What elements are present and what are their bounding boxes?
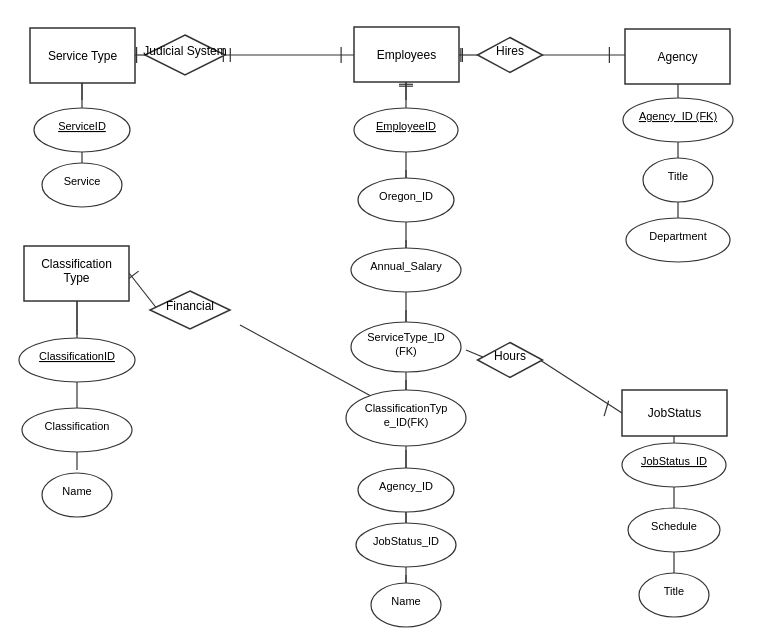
er-diagram: Service TypeEmployeesAgencyClassificatio… xyxy=(0,0,768,644)
svg-text:Agency_ID: Agency_ID xyxy=(379,480,433,492)
svg-text:EmployeeID: EmployeeID xyxy=(376,120,436,132)
svg-text:Financial: Financial xyxy=(166,299,214,313)
svg-text:Schedule: Schedule xyxy=(651,520,697,532)
svg-text:JobStatus: JobStatus xyxy=(648,406,701,420)
svg-text:ServiceID: ServiceID xyxy=(58,120,106,132)
svg-text:ServiceType_ID: ServiceType_ID xyxy=(367,331,445,343)
svg-line-35 xyxy=(129,273,158,310)
svg-text:Hires: Hires xyxy=(496,44,524,58)
svg-text:Classification: Classification xyxy=(41,257,112,271)
svg-text:Employees: Employees xyxy=(377,48,436,62)
svg-text:e_ID(FK): e_ID(FK) xyxy=(384,416,429,428)
svg-text:Oregon_ID: Oregon_ID xyxy=(379,190,433,202)
svg-text:JobStatus_ID: JobStatus_ID xyxy=(373,535,439,547)
svg-text:Title: Title xyxy=(668,170,688,182)
svg-line-39 xyxy=(540,360,622,413)
svg-text:Judicial System: Judicial System xyxy=(143,44,226,58)
svg-text:Type: Type xyxy=(63,271,89,285)
svg-text:Name: Name xyxy=(62,485,91,497)
svg-text:Name: Name xyxy=(391,595,420,607)
svg-text:(FK): (FK) xyxy=(395,345,416,357)
svg-text:Department: Department xyxy=(649,230,706,242)
svg-text:ClassificationTyp: ClassificationTyp xyxy=(365,402,448,414)
svg-text:Service Type: Service Type xyxy=(48,49,117,63)
svg-text:Service: Service xyxy=(64,175,101,187)
svg-text:Agency: Agency xyxy=(657,50,697,64)
er-diagram-svg: Service TypeEmployeesAgencyClassificatio… xyxy=(0,0,768,644)
svg-text:Annual_Salary: Annual_Salary xyxy=(370,260,442,272)
svg-text:ClassificationID: ClassificationID xyxy=(39,350,115,362)
svg-text:Hours: Hours xyxy=(494,349,526,363)
svg-text:Agency_ID (FK): Agency_ID (FK) xyxy=(639,110,717,122)
svg-text:JobStatus_ID: JobStatus_ID xyxy=(641,455,707,467)
svg-text:Title: Title xyxy=(664,585,684,597)
svg-text:Classification: Classification xyxy=(45,420,110,432)
